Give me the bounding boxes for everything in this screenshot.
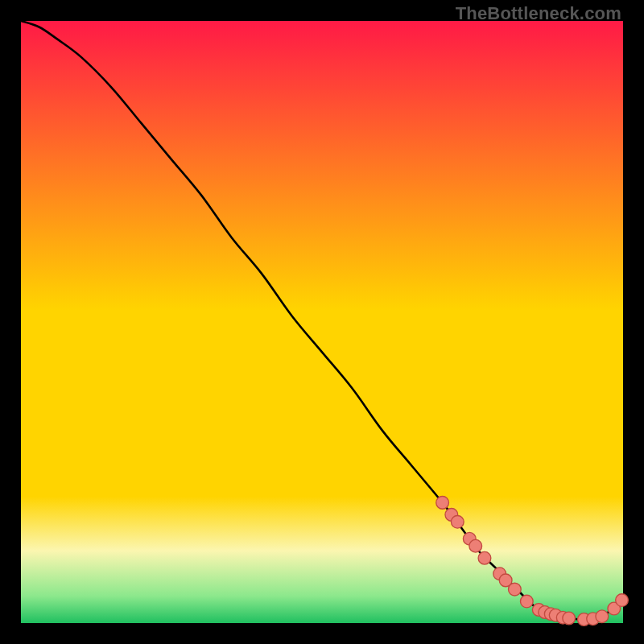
watermark-text: TheBottleneck.com	[456, 3, 621, 24]
plot-area	[21, 21, 623, 623]
highlight-dot	[563, 612, 576, 625]
highlight-dot	[616, 594, 629, 607]
highlight-dot	[596, 610, 609, 623]
chart-svg	[21, 21, 623, 623]
highlight-dot	[478, 551, 491, 564]
highlight-dot	[509, 583, 522, 596]
highlight-dot	[436, 497, 449, 510]
bottleneck-curve	[21, 21, 623, 620]
highlight-dots	[436, 497, 629, 626]
highlight-dot	[469, 539, 482, 552]
chart-stage: TheBottleneck.com	[0, 0, 644, 644]
highlight-dot	[520, 595, 533, 608]
highlight-dot	[451, 515, 464, 528]
